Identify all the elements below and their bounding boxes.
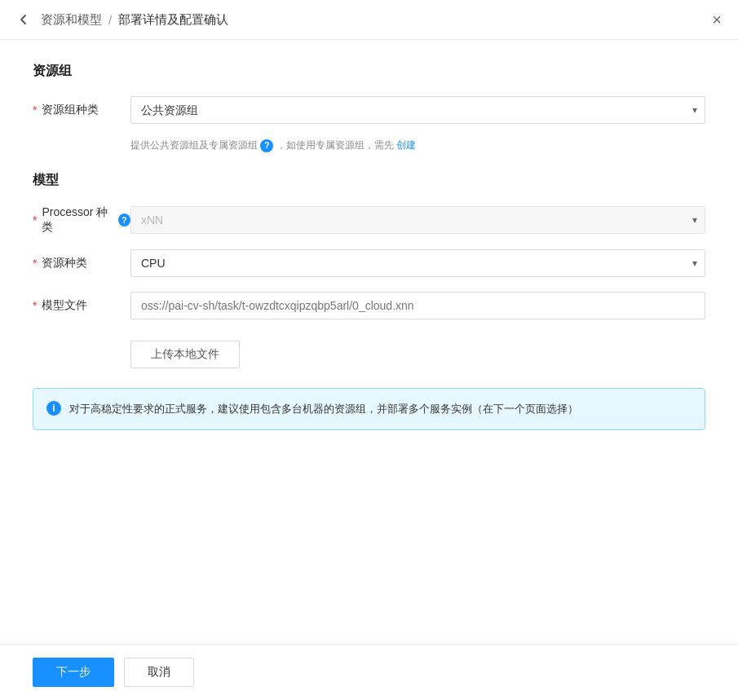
processor-type-row: * Processor 种类 ? xNNCPUGPU ▾ bbox=[33, 205, 705, 235]
resource-group-type-select-wrapper: 公共资源组专属资源组 ▾ bbox=[130, 96, 705, 124]
resource-group-type-control: 公共资源组专属资源组 ▾ bbox=[130, 96, 705, 124]
model-section-title: 模型 bbox=[33, 172, 705, 189]
processor-help-icon[interactable]: ? bbox=[118, 214, 130, 227]
resource-type-label: * 资源种类 bbox=[33, 256, 130, 271]
cancel-button[interactable]: 取消 bbox=[124, 658, 194, 687]
create-resource-link[interactable]: 创建 bbox=[396, 139, 416, 151]
model-file-input[interactable] bbox=[130, 292, 705, 319]
next-button[interactable]: 下一步 bbox=[33, 658, 114, 687]
info-box-text: 对于高稳定性要求的正式服务，建议使用包含多台机器的资源组，并部署多个服务实例（在… bbox=[69, 400, 578, 418]
breadcrumb: 资源和模型 / 部署详情及配置确认 bbox=[41, 12, 712, 28]
resource-type-select[interactable]: CPUGPUxNN bbox=[130, 249, 705, 277]
upload-local-file-button[interactable]: 上传本地文件 bbox=[130, 341, 240, 368]
resource-type-select-wrapper: CPUGPUxNN ▾ bbox=[130, 249, 705, 277]
resource-group-help-icon[interactable]: ? bbox=[260, 139, 273, 152]
model-file-row: * 模型文件 bbox=[33, 292, 705, 319]
close-button[interactable]: × bbox=[712, 11, 722, 28]
processor-type-select[interactable]: xNNCPUGPU bbox=[130, 206, 705, 234]
dialog-body: 资源组 * 资源组种类 公共资源组专属资源组 ▾ 提供公共资源组及专属资源组 ?… bbox=[0, 40, 738, 644]
model-file-control bbox=[130, 292, 705, 319]
processor-type-label: * Processor 种类 ? bbox=[33, 205, 130, 235]
resource-group-hint: 提供公共资源组及专属资源组 ? ，如使用专属资源组，需先 创建 bbox=[130, 139, 705, 152]
required-star-model: * bbox=[33, 299, 37, 312]
resource-type-control: CPUGPUxNN ▾ bbox=[130, 249, 705, 277]
model-file-label: * 模型文件 bbox=[33, 298, 130, 313]
breadcrumb-parent: 资源和模型 bbox=[41, 12, 102, 28]
dialog: 资源和模型 / 部署详情及配置确认 × 资源组 * 资源组种类 公共资源组专属资… bbox=[0, 0, 738, 700]
info-icon: i bbox=[46, 401, 61, 416]
dialog-header: 资源和模型 / 部署详情及配置确认 × bbox=[0, 0, 738, 40]
breadcrumb-separator: / bbox=[108, 13, 112, 27]
required-star: * bbox=[33, 103, 37, 117]
processor-type-select-wrapper: xNNCPUGPU ▾ bbox=[130, 206, 705, 234]
required-star-processor: * bbox=[33, 214, 37, 227]
resource-type-row: * 资源种类 CPUGPUxNN ▾ bbox=[33, 249, 705, 277]
resource-group-type-row: * 资源组种类 公共资源组专属资源组 ▾ bbox=[33, 96, 705, 124]
required-star-resource: * bbox=[33, 257, 37, 270]
dialog-footer: 下一步 取消 bbox=[0, 644, 738, 700]
resource-group-section-title: 资源组 bbox=[33, 63, 705, 80]
processor-type-control: xNNCPUGPU ▾ bbox=[130, 206, 705, 234]
back-button[interactable] bbox=[16, 12, 31, 27]
resource-group-type-label: * 资源组种类 bbox=[33, 103, 130, 117]
breadcrumb-current: 部署详情及配置确认 bbox=[118, 12, 228, 28]
info-box: i 对于高稳定性要求的正式服务，建议使用包含多台机器的资源组，并部署多个服务实例… bbox=[33, 388, 705, 430]
resource-group-type-select[interactable]: 公共资源组专属资源组 bbox=[130, 96, 705, 124]
